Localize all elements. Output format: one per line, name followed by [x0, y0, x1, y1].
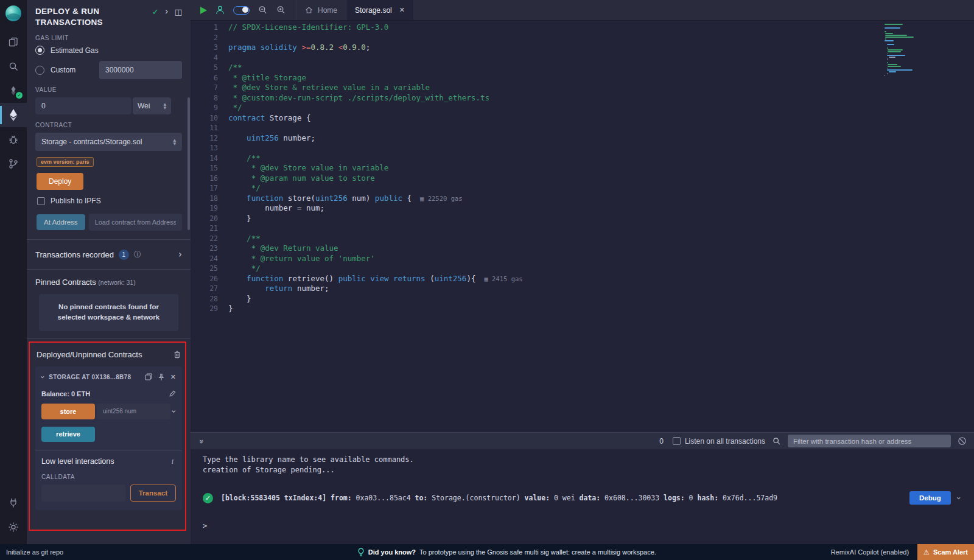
store-args-input[interactable]: [97, 404, 170, 419]
store-function-button[interactable]: store: [41, 404, 95, 419]
calldata-input[interactable]: [41, 485, 125, 502]
search-icon[interactable]: [772, 436, 781, 446]
debugger-icon[interactable]: [0, 127, 27, 152]
warning-icon: ⚠: [923, 548, 930, 556]
close-icon[interactable]: ✕: [170, 373, 176, 381]
expand-tx-icon[interactable]: ›: [955, 496, 964, 499]
copilot-toggle[interactable]: [233, 6, 250, 15]
estimated-gas-label: Estimated Gas: [51, 46, 99, 55]
trash-icon[interactable]: [173, 351, 181, 359]
custom-gas-radio[interactable]: Custom: [35, 66, 75, 75]
did-you-know-tip: Did you know? To prototype using the Gno…: [183, 548, 831, 556]
radio-dot: [35, 66, 44, 75]
deploy-button[interactable]: Deploy: [37, 173, 83, 190]
listen-all-checkbox[interactable]: Listen on all transactions: [673, 437, 765, 446]
settings-icon[interactable]: [0, 515, 27, 539]
icon-panel: ✓: [0, 0, 27, 544]
info-icon[interactable]: i: [172, 457, 176, 466]
pinned-contracts-title: Pinned Contracts (network: 31): [35, 275, 182, 293]
expand-terminal-icon[interactable]: »: [197, 439, 206, 443]
info-icon[interactable]: ⓘ: [134, 250, 141, 260]
at-address-button[interactable]: At Address: [37, 214, 85, 230]
run-script-icon[interactable]: [200, 7, 207, 14]
value-unit-select[interactable]: Wei ▲▼: [133, 97, 171, 114]
publish-ipfs-checkbox[interactable]: Publish to IPFS: [37, 197, 182, 205]
plugin-manager-icon[interactable]: [0, 491, 27, 515]
editor-tabbar: Home Storage.sol ✕: [191, 0, 974, 21]
custom-gas-input[interactable]: [99, 61, 182, 79]
tab-storage-label: Storage.sol: [355, 6, 392, 15]
transaction-log-row[interactable]: ✓ [block:5583405 txIndex:4] from: 0xa03.…: [203, 491, 965, 505]
edit-icon[interactable]: [169, 390, 176, 397]
zoom-in-icon[interactable]: [276, 5, 286, 15]
deployed-section: Deployed/Unpinned Contracts › STORAGE AT…: [35, 344, 182, 510]
zoom-out-icon[interactable]: [258, 5, 268, 15]
contract-select[interactable]: Storage - contracts/Storage.sol ▲▼: [35, 133, 182, 151]
contract-instance-label: STORAGE AT 0X136...8B78: [49, 374, 141, 380]
search-icon[interactable]: [0, 54, 27, 79]
scam-alert-badge[interactable]: ⚠ Scam Alert: [917, 544, 974, 560]
solidity-compiler-icon[interactable]: ✓: [0, 79, 27, 103]
expand-args-icon[interactable]: ›: [169, 410, 179, 413]
low-level-label: Low level interactions: [41, 457, 114, 466]
home-icon: [305, 6, 313, 14]
tab-storage-sol[interactable]: Storage.sol ✕: [346, 0, 413, 20]
stepper-icon: ▲▼: [163, 102, 166, 110]
remix-logo[interactable]: [4, 4, 23, 23]
chevron-right-icon[interactable]: ›: [165, 7, 169, 16]
minimap[interactable]: [885, 24, 927, 77]
pending-tx-count: 0: [659, 437, 664, 446]
tab-home[interactable]: Home: [296, 0, 346, 20]
pin-icon[interactable]: [158, 373, 165, 381]
scam-alert-label: Scam Alert: [933, 548, 968, 556]
file-explorer-icon[interactable]: [0, 30, 27, 54]
listen-all-label: Listen on all transactions: [685, 437, 765, 446]
pinned-title-text: Pinned Contracts: [35, 278, 96, 287]
custom-gas-label: Custom: [51, 66, 75, 74]
iconbar-bottom: [0, 491, 27, 539]
panel-title: DEPLOY & RUN TRANSACTIONS: [35, 6, 133, 27]
code-editor[interactable]: 1// SPDX-License-Identifier: GPL-3.023pr…: [191, 21, 974, 432]
panel-scrollbar[interactable]: [187, 97, 190, 230]
main-area: Home Storage.sol ✕ 1// SPDX-License-Iden…: [191, 0, 974, 544]
terminal[interactable]: Type the library name to see available c…: [191, 449, 974, 544]
transactions-recorded-label: Transactions recorded: [35, 250, 114, 259]
status-bar: Initialize as git repo Did you know? To …: [0, 544, 974, 560]
contract-selected-value: Storage - contracts/Storage.sol: [41, 138, 142, 146]
transactions-count-badge: 1: [119, 250, 129, 260]
deploy-run-icon[interactable]: [0, 103, 27, 127]
transact-button[interactable]: Transact: [130, 485, 176, 502]
calldata-label: CALLDATA: [41, 474, 176, 480]
tip-text: To prototype using the Gnosis safe multi…: [419, 548, 656, 556]
balance-label: Balance: 0 ETH: [41, 390, 90, 397]
success-check-icon: ✓: [203, 493, 213, 503]
clear-console-icon[interactable]: [958, 436, 967, 446]
at-address-input[interactable]: [89, 214, 182, 231]
git-init-button[interactable]: Initialize as git repo: [0, 548, 183, 556]
tab-home-label: Home: [318, 6, 337, 15]
copy-icon[interactable]: [145, 373, 152, 380]
checkbox-box: [673, 437, 681, 445]
debug-button[interactable]: Debug: [909, 491, 951, 505]
tip-lead: Did you know?: [368, 548, 416, 556]
tx-text: [block:5583405 txIndex:4] from: 0xa03...…: [221, 494, 777, 502]
chevron-down-icon[interactable]: ›: [38, 375, 47, 378]
value-label: VALUE: [35, 86, 182, 93]
gas-limit-label: GAS LIMIT: [35, 35, 182, 41]
remix-ide-window: ✓: [0, 0, 974, 560]
pin-panel-icon[interactable]: ◫: [175, 7, 182, 16]
close-tab-icon[interactable]: ✕: [399, 6, 405, 14]
code-lines: 1// SPDX-License-Identifier: GPL-3.023pr…: [191, 21, 974, 314]
divider: [27, 239, 191, 240]
copilot-status[interactable]: RemixAI Copilot (enabled): [831, 548, 909, 556]
lightbulb-icon: [357, 548, 365, 556]
compiled-check-badge: ✓: [16, 92, 23, 99]
divider: [27, 338, 191, 339]
value-input[interactable]: [35, 97, 131, 114]
git-icon[interactable]: [0, 152, 27, 176]
ai-assistant-icon[interactable]: [215, 5, 225, 15]
chevron-right-icon[interactable]: ›: [178, 249, 182, 260]
estimated-gas-radio[interactable]: Estimated Gas: [35, 46, 182, 55]
filter-input[interactable]: [788, 435, 951, 447]
retrieve-function-button[interactable]: retrieve: [41, 427, 95, 442]
